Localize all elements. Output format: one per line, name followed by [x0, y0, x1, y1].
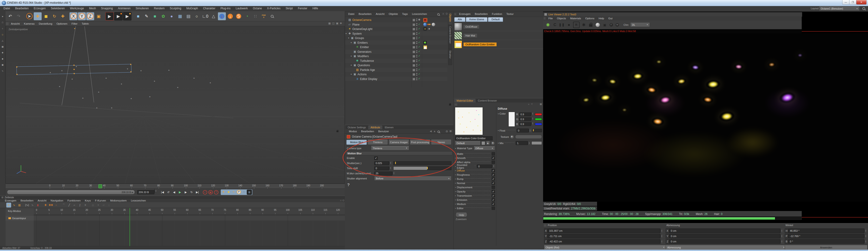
render-picture-viewer-button[interactable]: ▶ — [114, 12, 123, 21]
coord-value-field[interactable]: 0 ° — [788, 239, 864, 244]
motion-mode-button[interactable]: ▥ — [17, 203, 22, 208]
goto-start-button[interactable]: |◀ — [160, 190, 165, 195]
object-row-questions[interactable]: ▾▣Questions✓ — [345, 63, 447, 67]
main-menu-item[interactable]: Sculpting — [167, 6, 184, 11]
layer-color-chip[interactable] — [412, 33, 415, 35]
interp-spline[interactable]: ⌒ — [61, 203, 66, 208]
minimize-button[interactable]: — — [842, 0, 849, 5]
octane-logo-icon[interactable]: ✺ — [545, 21, 552, 28]
mat-menu-handle[interactable] — [455, 13, 457, 15]
color-swatch[interactable] — [508, 112, 515, 127]
goto-end-button[interactable]: ▶| — [195, 190, 200, 195]
attr-lock-icon[interactable] — [337, 131, 338, 132]
channel-row-editor[interactable]: ●Editor — [455, 206, 495, 210]
param-value-field[interactable]: 0 — [374, 166, 389, 170]
mode-select[interactable]: ➤ — [0, 14, 5, 19]
subdivision-surface-object[interactable]: ■ — [151, 12, 159, 20]
preset-swatch[interactable] — [482, 141, 485, 145]
main-menu-item[interactable]: Bearbeiten — [12, 6, 31, 11]
layer-color-chip[interactable] — [412, 73, 415, 76]
param-value-field[interactable]: 25 — [374, 171, 392, 176]
coord-field-size-y[interactable]: Y0 cm▲▼ — [665, 234, 783, 239]
tag-speckle-icon[interactable] — [423, 45, 427, 49]
record-pla-toggle[interactable]: ∷ — [242, 190, 246, 194]
viewport-menu-item[interactable]: Darstellung — [37, 22, 55, 26]
channel-row-smooth[interactable]: ●Smooth✓ — [455, 156, 495, 160]
main-menu-item[interactable]: Skript — [283, 6, 296, 11]
visibility-dots[interactable] — [416, 73, 417, 74]
enabled-state-icon[interactable]: ✓ — [418, 50, 420, 53]
enabled-state-icon[interactable]: ✓ — [418, 23, 420, 26]
coord-stepper[interactable]: ▲▼ — [864, 228, 867, 233]
lv-menu-item[interactable]: Objects — [555, 16, 568, 21]
move-tool[interactable]: ✚ — [34, 12, 42, 20]
record-bracket[interactable]: ▮ — [35, 203, 40, 208]
coord-stepper[interactable]: ▲▼ — [780, 239, 783, 244]
param-value-field[interactable]: 0.025 — [374, 161, 389, 165]
coord-field-angle-p[interactable]: P-12.769 °▲▼ — [785, 234, 867, 239]
layer-color-chip[interactable] — [412, 69, 415, 71]
layer-tab-keine-ebene[interactable]: Keine Ebene — [466, 17, 488, 22]
fcurve-mode-button[interactable]: ∿ — [12, 203, 17, 208]
coord-field-size-z[interactable]: Z0 cm▲▼ — [665, 239, 783, 244]
material-menu-item[interactable]: Funktion — [490, 12, 504, 16]
live-selection-tool[interactable]: ➤ — [25, 12, 33, 20]
scale-tool[interactable]: ◼ — [42, 12, 50, 20]
visibility-dots[interactable] — [416, 55, 417, 56]
main-menu-item[interactable]: Plug-ins — [218, 6, 233, 11]
material-menu-item[interactable]: Bearbeiten — [473, 12, 490, 16]
channel-checkbox[interactable]: ✓ — [492, 177, 495, 181]
lock-x-axis[interactable]: X — [69, 12, 78, 20]
object-row-generators[interactable]: ▣Generators✓ — [345, 50, 447, 54]
layer-color-chip[interactable] — [412, 64, 415, 67]
coord-stepper[interactable]: ▲▼ — [780, 234, 783, 239]
tag-orange-dots-icon[interactable] — [428, 23, 431, 26]
om-filter-icon[interactable]: ◇ — [446, 12, 448, 15]
ghost-toggle[interactable]: = — [96, 203, 101, 208]
channel-checkbox[interactable]: ✓ — [492, 202, 495, 206]
layer-color-chip[interactable] — [412, 28, 415, 30]
coords-mode2-select[interactable]: Abmessung▼ — [665, 245, 786, 250]
expand-arrow-icon[interactable]: ▾ — [351, 73, 352, 75]
lv-menu-item[interactable]: Materials — [568, 16, 583, 21]
object-row-plane[interactable]: ▱Plane✓ — [345, 22, 447, 27]
coord-field-position-z[interactable]: Z-42.422 cm▲▼ — [544, 239, 663, 244]
gravity-modifier[interactable]: ↓ — [226, 12, 234, 20]
plane-handle-dot[interactable] — [73, 65, 75, 66]
plane-handle-dot[interactable] — [130, 71, 131, 72]
lv-menu-item[interactable]: Gui — [606, 16, 615, 21]
visibility-dots[interactable] — [416, 77, 417, 79]
viewport[interactable]: Zentralperspektive ++++++++++++++++++++ — [6, 26, 345, 184]
material-name-field[interactable]: OctRandom Color Emitter — [455, 136, 493, 140]
coord-value-field[interactable]: 0 cm — [670, 239, 780, 244]
texture-field[interactable] — [515, 135, 542, 139]
undo-button[interactable]: ↶ — [6, 12, 14, 20]
film-strip-button[interactable]: ▥ — [247, 190, 252, 195]
section-tab-motion-blur[interactable]: Motion Blur — [346, 140, 367, 145]
expand-arrow-icon[interactable]: ▾ — [351, 55, 352, 57]
lv-menu-item[interactable]: Help — [596, 16, 606, 21]
rgb-stepper[interactable]: ▲▼ — [531, 117, 534, 120]
enabled-state-icon[interactable]: ✓ — [418, 36, 420, 39]
enabled-state-icon[interactable]: ✓ — [418, 77, 420, 80]
object-manager-menu-item[interactable]: Objekte — [386, 12, 400, 16]
expand-arrow-icon[interactable]: ▾ — [351, 64, 352, 66]
key-mode-button[interactable]: ✦ — [6, 203, 11, 208]
object-row-modifiers[interactable]: ▾▣Modifiers✓ — [345, 54, 447, 58]
visibility-dots[interactable] — [416, 60, 417, 60]
material-menu-item[interactable]: Erzeugen — [457, 12, 473, 16]
param-slider[interactable] — [393, 166, 452, 170]
preview-range-slider[interactable]: 208.33 B ▶ — [7, 190, 135, 194]
object-row-particle-age[interactable]: ▧Particle Age✓ — [345, 68, 447, 72]
main-menu-item[interactable]: Werkzeuge — [67, 6, 86, 11]
rotate-tool[interactable]: ↻ — [51, 12, 58, 20]
coord-field-position-x[interactable]: X101.807 cm▲▼ — [544, 228, 663, 233]
lv-stop-button[interactable]: ■ — [565, 21, 572, 28]
next-frame-button[interactable]: ▶ — [183, 190, 188, 195]
object-row-emitter[interactable]: ✳Emitter✓ — [345, 45, 447, 49]
marker-tool[interactable]: ▱ — [101, 203, 106, 208]
channel-checkbox[interactable] — [492, 161, 495, 164]
coord-stepper[interactable]: ▲▼ — [780, 228, 783, 233]
pick-material-button[interactable]: ➤ — [491, 141, 495, 145]
tag-blue-sphere-icon[interactable] — [423, 23, 427, 26]
